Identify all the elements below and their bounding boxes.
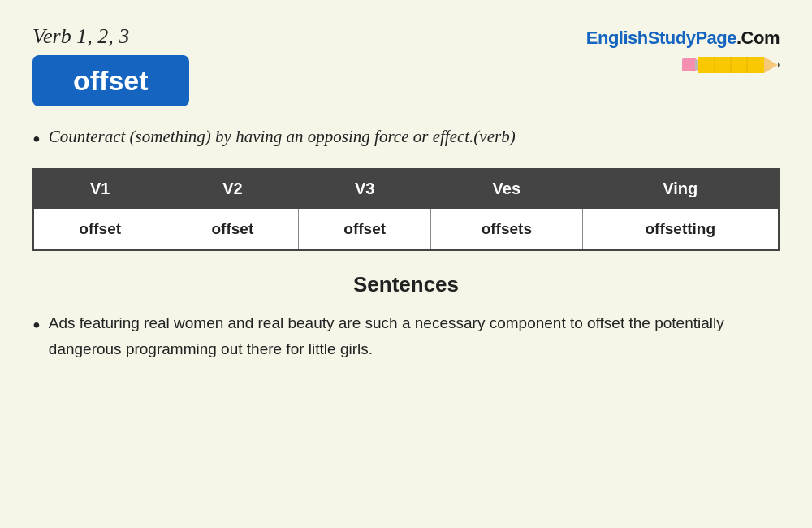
sentences-section: Sentences • Ads featuring real women and… [32, 272, 780, 363]
logo-study: Study [648, 28, 696, 48]
svg-rect-1 [695, 60, 698, 70]
verb-table: V1 V2 V3 Ves Ving offset offset offset o… [32, 168, 780, 251]
sentence-bullet: • [32, 312, 41, 340]
logo-text: EnglishStudyPage.Com [586, 28, 780, 49]
verb-label: Verb 1, 2, 3 [32, 24, 129, 49]
sentences-heading: Sentences [32, 272, 780, 297]
definition-bullet: • [32, 126, 41, 154]
table-cell-v3: offset [299, 208, 431, 250]
table-cell-ving: offsetting [582, 208, 779, 250]
table-header-v1: V1 [33, 169, 166, 209]
definition-item: • Counteract (something) by having an op… [32, 124, 780, 154]
table-header-ving: Ving [582, 169, 779, 209]
logo-area: EnglishStudyPage.Com [586, 28, 780, 76]
table-header-row: V1 V2 V3 Ves Ving [33, 169, 779, 209]
title-area: Verb 1, 2, 3 offset [32, 24, 189, 106]
svg-marker-6 [764, 57, 778, 73]
pencil-icon [682, 54, 780, 76]
table-header-v3: V3 [299, 169, 431, 209]
sentence-item: • Ads featuring real women and real beau… [32, 310, 780, 363]
table-cell-ves: offsets [431, 208, 582, 250]
table-row: offset offset offset offsets offsetting [33, 208, 779, 250]
table-cell-v2: offset [166, 208, 299, 250]
logo-com: Com [741, 28, 780, 48]
svg-rect-0 [682, 58, 697, 71]
definition-text: Counteract (something) by having an oppo… [49, 124, 516, 150]
word-badge: offset [32, 55, 189, 106]
sentence-text: Ads featuring real women and real beauty… [49, 310, 780, 363]
table-cell-v1: offset [33, 208, 166, 250]
header-row: Verb 1, 2, 3 offset EnglishStudyPage.Com [32, 24, 780, 106]
logo-page: Page [695, 28, 736, 48]
logo-english: English [586, 28, 648, 48]
definition-area: • Counteract (something) by having an op… [32, 124, 780, 154]
table-header-v2: V2 [166, 169, 299, 209]
table-header-ves: Ves [431, 169, 582, 209]
svg-marker-7 [778, 62, 780, 68]
